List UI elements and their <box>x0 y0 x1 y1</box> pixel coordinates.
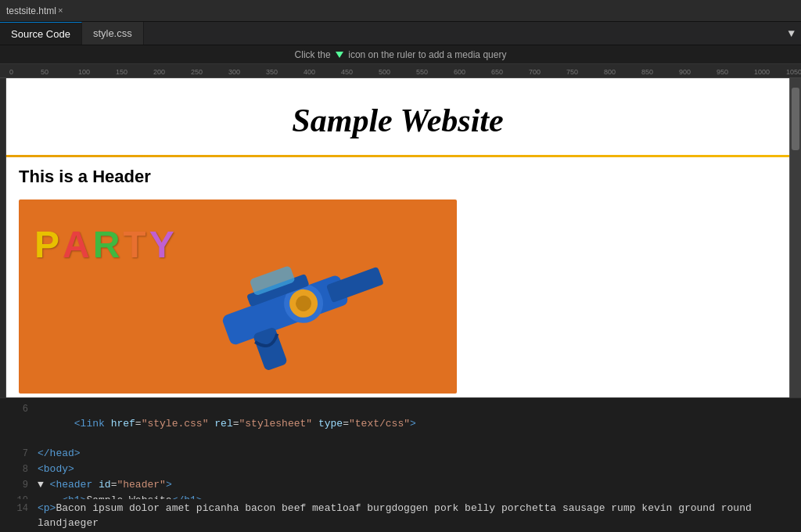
website-preview[interactable]: Sample Website This is a Header P A R T … <box>6 78 790 397</box>
ruler-mark-950: 950 <box>717 68 728 76</box>
filter-icon[interactable]: ▼ <box>788 27 795 40</box>
line-number-10: 10 <box>6 494 28 499</box>
tab-style-css-label: style.css <box>93 27 132 39</box>
party-letters: P A R T Y <box>34 223 174 266</box>
code-content-14: <p>Bacon ipsum dolor amet picanha bacon … <box>38 501 795 530</box>
code-line-8: 8 <body> <box>0 462 801 477</box>
svg-rect-2 <box>253 326 288 371</box>
water-gun-icon <box>175 237 410 378</box>
ruler-mark-400: 400 <box>304 68 315 76</box>
line-number-8: 8 <box>6 462 28 477</box>
code-tag: <link <box>74 418 111 430</box>
tab-style-css[interactable]: style.css <box>82 22 144 45</box>
party-letter-a: A <box>63 223 90 266</box>
party-image: P A R T Y <box>19 200 457 394</box>
close-tab-icon[interactable]: × <box>58 6 63 16</box>
ruler-mark-450: 450 <box>341 68 353 76</box>
website-title: Sample Website <box>6 102 789 139</box>
line-number-6: 6 <box>6 402 28 417</box>
code-editor[interactable]: 6 <link href="style.css" rel="stylesheet… <box>0 397 801 499</box>
code-line-10: 10 <h1>Sample Website</h1> <box>0 493 801 499</box>
tab-bar: Source Code style.css ▼ <box>0 22 801 45</box>
ruler: 0 50 100 150 200 250 300 350 400 450 500… <box>0 64 801 78</box>
preview-row: Sample Website This is a Header P A R T … <box>0 78 801 397</box>
code-line-9: 9 ▼ <header id="header"> <box>0 477 801 493</box>
svg-rect-1 <box>326 267 384 303</box>
ruler-inner: 0 50 100 150 200 250 300 350 400 450 500… <box>0 64 801 77</box>
ruler-mark-100: 100 <box>78 68 90 76</box>
ruler-mark-650: 650 <box>491 68 503 76</box>
ruler-mark-0: 0 <box>9 68 13 76</box>
ruler-mark-500: 500 <box>379 68 390 76</box>
tab-source-code[interactable]: Source Code <box>0 22 82 45</box>
media-query-triangle-icon <box>336 52 343 58</box>
code-content-6: <link href="style.css" rel="stylesheet" … <box>38 401 416 446</box>
ruler-mark-150: 150 <box>116 68 128 76</box>
code-line-6: 6 <link href="style.css" rel="stylesheet… <box>0 401 801 446</box>
website-title-section: Sample Website <box>6 78 789 155</box>
scrollbar-thumb[interactable] <box>792 88 799 150</box>
ruler-mark-350: 350 <box>266 68 278 76</box>
media-query-hint-text: Click the icon on the ruler to add a med… <box>295 49 507 60</box>
code-line-14: 14 <p>Bacon ipsum dolor amet picanha bac… <box>0 499 801 532</box>
line-number-9: 9 <box>6 478 28 493</box>
ruler-mark-50: 50 <box>41 68 48 76</box>
party-letter-y: Y <box>149 223 174 266</box>
ruler-mark-800: 800 <box>604 68 616 76</box>
line-number-14: 14 <box>6 501 28 516</box>
ruler-mark-750: 750 <box>566 68 578 76</box>
website-subheader-text: This is a Header <box>19 167 777 187</box>
ruler-mark-1000: 1000 <box>754 68 770 76</box>
party-letter-p: P <box>34 223 59 266</box>
preview-scrollbar[interactable] <box>790 78 801 397</box>
left-edge-ruler <box>0 78 6 397</box>
preview-wrapper: Sample Website This is a Header P A R T … <box>0 78 801 397</box>
ruler-mark-850: 850 <box>641 68 653 76</box>
code-attr: href <box>111 418 135 430</box>
code-content-8: <body> <box>38 462 74 476</box>
code-content-10: <h1>Sample Website</h1> <box>38 493 203 499</box>
title-bar: testsite.html × <box>0 0 801 22</box>
line-number-7: 7 <box>6 447 28 462</box>
ruler-mark-900: 900 <box>679 68 691 76</box>
ruler-mark-200: 200 <box>153 68 165 76</box>
tab-source-code-label: Source Code <box>11 28 70 40</box>
code-eq: = <box>135 418 142 430</box>
website-subheader: This is a Header <box>6 157 789 193</box>
code-content-9: ▼ <header id="header"> <box>38 477 172 492</box>
media-query-bar: Click the icon on the ruler to add a med… <box>0 45 801 64</box>
party-letter-t: T <box>123 223 145 266</box>
ruler-mark-1050: 1050 <box>786 68 801 76</box>
code-line-7: 7 </head> <box>0 446 801 462</box>
ruler-mark-300: 300 <box>228 68 240 76</box>
filename-label: testsite.html <box>6 5 56 16</box>
ruler-mark-600: 600 <box>454 68 465 76</box>
code-content-7: </head> <box>38 446 81 461</box>
code-value: "style.css" <box>142 418 209 430</box>
party-letter-r: R <box>93 223 120 266</box>
ruler-mark-550: 550 <box>416 68 428 76</box>
ruler-mark-700: 700 <box>529 68 541 76</box>
ruler-mark-250: 250 <box>191 68 203 76</box>
